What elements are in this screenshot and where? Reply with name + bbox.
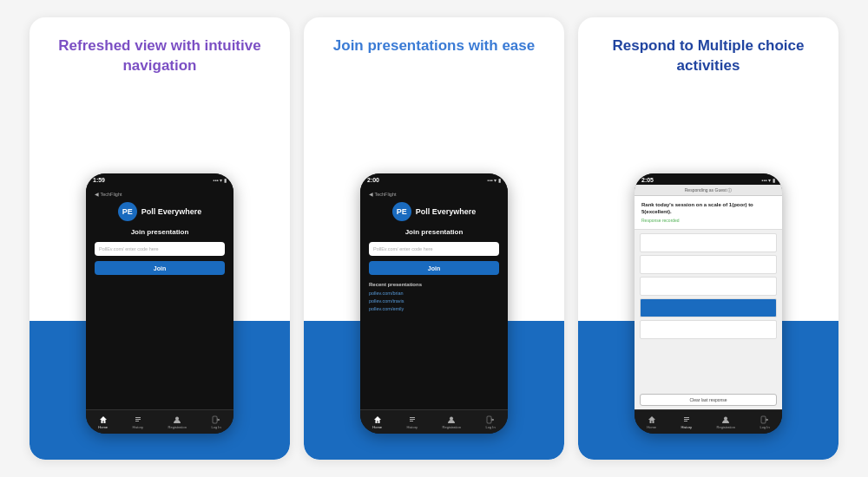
card2-nav-history-label: History — [407, 425, 418, 429]
card1-logo-icon: PE — [118, 202, 137, 221]
rank-option-1[interactable] — [640, 255, 777, 274]
card1-nav-reg[interactable]: Registration — [168, 415, 187, 429]
card1-content: ◀ TechFlight PE Poll Everywhere Join pre… — [86, 185, 233, 409]
card1-login-icon — [212, 415, 220, 424]
card3-rank-options — [635, 230, 782, 390]
card2-join-input: PollEv.com/ enter code here — [369, 242, 499, 256]
card2-reg-icon — [447, 415, 456, 424]
card1-bottom-nav: Home History Registration — [86, 409, 233, 434]
card1-signals: ▪▪▪ ▾ ▮ — [213, 177, 227, 183]
svg-rect-11 — [684, 419, 689, 420]
card1-nav-login[interactable]: Log In — [212, 415, 221, 429]
svg-rect-2 — [135, 421, 139, 421]
card3-reg-icon — [721, 415, 730, 424]
card2-content: ◀ TechFlight PE Poll Everywhere Join pre… — [360, 185, 508, 409]
card2-recent-link-2[interactable]: pollev.com/emily — [369, 306, 404, 311]
card2-time: 2:00 — [367, 177, 379, 183]
svg-rect-6 — [410, 419, 415, 420]
card3-response-recorded: Response recorded — [641, 218, 775, 224]
svg-point-8 — [450, 416, 453, 420]
card1-join-btn[interactable]: Join — [95, 261, 225, 275]
card2-logo-text: Poll Everywhere — [416, 207, 477, 216]
card2-login-icon — [486, 415, 495, 424]
card3-clear-btn[interactable]: Clear last response — [640, 394, 777, 406]
card1-time: 1:59 — [93, 177, 105, 183]
card2-logo: PE Poll Everywhere — [392, 202, 477, 221]
card2-status-bar: 2:00 ▪▪▪ ▾ ▮ — [360, 173, 508, 185]
card3-phone: 2:05 ▪▪▪ ▾ ▮ Responding as Guest ⓘ Rank … — [635, 173, 782, 434]
card1-nav-home[interactable]: Home — [98, 415, 108, 429]
card1-logo: PE Poll Everywhere — [118, 202, 202, 221]
card1-title: Refreshed view with intuitive navigation — [30, 17, 290, 90]
svg-rect-0 — [135, 417, 141, 418]
card1-reg-icon — [173, 415, 181, 424]
rank-option-4[interactable] — [640, 320, 777, 339]
svg-rect-9 — [487, 416, 491, 423]
card2-signals: ▪▪▪ ▾ ▮ — [487, 177, 501, 183]
card3-status-bar: 2:05 ▪▪▪ ▾ ▮ — [635, 173, 782, 185]
card3-nav-history-label: History — [681, 425, 692, 429]
card1-nav-history[interactable]: History — [133, 415, 143, 429]
card3-nav-home[interactable]: Home — [647, 415, 656, 429]
card2-bottom-nav: Home History Registration — [360, 409, 508, 434]
card2-nav-reg-label: Registration — [443, 425, 461, 429]
card3-responding-bar: Responding as Guest ⓘ — [635, 185, 782, 196]
svg-point-3 — [175, 416, 179, 420]
rank-option-0[interactable] — [640, 233, 777, 252]
card2-logo-icon: PE — [392, 202, 411, 221]
card-refreshed-view: Refreshed view with intuitive navigation… — [30, 17, 290, 460]
card2-nav-login[interactable]: Log In — [486, 415, 496, 429]
card2-nav-reg[interactable]: Registration — [443, 415, 461, 429]
card2-recent-title: Recent presentations — [369, 282, 422, 287]
card3-signals: ▪▪▪ ▾ ▮ — [761, 177, 775, 183]
card1-subtitle: ◀ TechFlight — [95, 192, 122, 197]
svg-rect-5 — [410, 417, 415, 418]
card1-nav-login-label: Log In — [212, 425, 221, 429]
card2-recent-link-0[interactable]: pollev.com/brian — [369, 291, 404, 296]
card2-join-title: Join presentation — [405, 228, 464, 236]
card2-nav-home[interactable]: Home — [372, 415, 382, 429]
card1-logo-text: Poll Everywhere — [141, 207, 202, 216]
card1-phone-wrap: 1:59 ▪▪▪ ▾ ▮ ◀ TechFlight PE Poll Everyw… — [30, 90, 290, 460]
card2-history-icon — [408, 415, 417, 424]
svg-rect-12 — [684, 421, 687, 421]
card1-join-title: Join presentation — [131, 228, 189, 236]
card3-history-icon — [682, 415, 691, 424]
cards-container: Refreshed view with intuitive navigation… — [16, 3, 852, 474]
svg-rect-1 — [135, 419, 141, 420]
card2-subtitle: ◀ TechFlight — [369, 192, 397, 197]
svg-rect-10 — [684, 417, 689, 418]
card3-home-icon — [648, 415, 656, 424]
svg-rect-7 — [410, 421, 413, 421]
card1-home-icon — [99, 415, 108, 424]
card3-title: Respond to Multiple choice activities — [578, 17, 838, 90]
card3-nav-history[interactable]: History — [681, 415, 692, 429]
card3-question: Rank today's session on a scale of 1(poo… — [635, 196, 782, 230]
card3-content: Responding as Guest ⓘ Rank today's sessi… — [635, 185, 782, 409]
card3-time: 2:05 — [641, 177, 654, 183]
card3-bottom-nav: Home History Registration — [635, 409, 782, 434]
rank-option-2[interactable] — [640, 277, 777, 296]
rank-option-3[interactable] — [640, 298, 777, 317]
card2-phone-wrap: 2:00 ▪▪▪ ▾ ▮ ◀ TechFlight PE Poll Everyw… — [304, 87, 564, 460]
card2-input-placeholder: PollEv.com/ enter code here — [373, 246, 433, 252]
card2-recent-link-1[interactable]: pollev.com/travis — [369, 298, 404, 304]
card1-status-bar: 1:59 ▪▪▪ ▾ ▮ — [86, 173, 233, 185]
card3-nav-login-label: Log In — [760, 425, 770, 429]
card3-login-icon — [760, 415, 769, 424]
card3-nav-reg[interactable]: Registration — [717, 415, 735, 429]
card1-history-icon — [134, 415, 142, 424]
card3-nav-login[interactable]: Log In — [760, 415, 770, 429]
card1-phone: 1:59 ▪▪▪ ▾ ▮ ◀ TechFlight PE Poll Everyw… — [86, 173, 233, 434]
svg-rect-4 — [213, 416, 217, 423]
card2-phone: 2:00 ▪▪▪ ▾ ▮ ◀ TechFlight PE Poll Everyw… — [360, 173, 508, 434]
card3-phone-wrap: 2:05 ▪▪▪ ▾ ▮ Responding as Guest ⓘ Rank … — [578, 90, 838, 460]
card1-join-input: PollEv.com/ enter code here — [95, 242, 225, 256]
card1-nav-reg-label: Registration — [168, 425, 187, 429]
svg-point-13 — [724, 416, 727, 420]
card-respond-multiple: Respond to Multiple choice activities 2:… — [578, 17, 838, 460]
card2-nav-history[interactable]: History — [407, 415, 418, 429]
card2-join-btn[interactable]: Join — [369, 261, 499, 275]
card2-nav-home-label: Home — [372, 425, 382, 429]
svg-rect-14 — [761, 416, 766, 423]
